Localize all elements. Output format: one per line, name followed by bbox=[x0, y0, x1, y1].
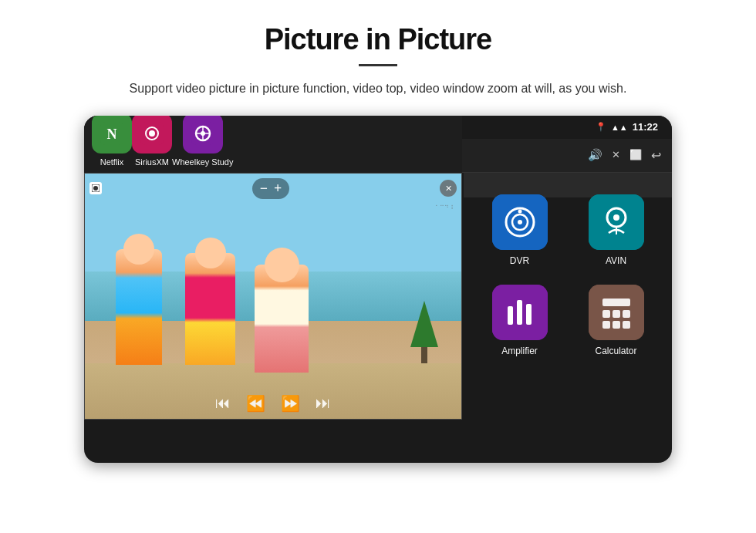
rewind-btn[interactable]: ⏮ bbox=[215, 394, 231, 412]
svg-point-6 bbox=[149, 130, 155, 137]
siriusxm-label: SiriusXM bbox=[135, 157, 169, 167]
pip-controls-bar: − + ✕ bbox=[89, 178, 457, 199]
page-wrapper: Picture in Picture Support video picture… bbox=[0, 0, 756, 533]
page-title: Picture in Picture bbox=[265, 23, 492, 56]
app-item-avin[interactable]: AVIN bbox=[568, 185, 664, 275]
amplifier-icon bbox=[492, 285, 548, 340]
svg-point-0 bbox=[93, 186, 98, 191]
page-subtitle: Support video picture in picture functio… bbox=[130, 79, 627, 99]
svg-rect-29 bbox=[623, 310, 630, 318]
prev-btn[interactable]: ⏪ bbox=[246, 394, 265, 413]
svg-rect-30 bbox=[602, 321, 610, 329]
wheelkey-label: Wheelkey Study bbox=[172, 157, 233, 167]
bottom-app-siriusxm[interactable]: SiriusXM bbox=[132, 116, 172, 167]
next-btn[interactable]: ⏩ bbox=[281, 394, 300, 413]
svg-rect-31 bbox=[613, 321, 620, 329]
pip-video-inner: ⠁⠉⠙⠸ bbox=[85, 174, 461, 419]
close-window-icon[interactable]: ✕ bbox=[612, 149, 620, 161]
avin-label: AVIN bbox=[606, 255, 626, 266]
netflix-icon: N bbox=[92, 116, 132, 154]
avin-icon bbox=[589, 194, 644, 250]
dvr-label: DVR bbox=[510, 255, 529, 266]
window-icon[interactable]: ⬜ bbox=[629, 149, 642, 161]
svg-rect-22 bbox=[508, 306, 513, 325]
status-bar-right: 📍 ▲▲ 11:22 bbox=[596, 121, 658, 133]
calculator-label: Calculator bbox=[595, 346, 636, 356]
svg-rect-23 bbox=[517, 300, 522, 325]
app-item-dvr[interactable]: DVR bbox=[471, 185, 568, 275]
status-bar-time: 11:22 bbox=[633, 121, 658, 133]
bottom-app-netflix[interactable]: N Netflix bbox=[92, 116, 132, 167]
calculator-icon bbox=[589, 285, 644, 340]
location-icon: 📍 bbox=[596, 122, 606, 132]
title-divider bbox=[359, 64, 397, 66]
device-frame: ◁ ○ □ ▣ 📍 ▲▲ 11:22 ⌂ ⚡ ▲ 5:28 PM 📷 bbox=[84, 116, 672, 463]
pip-record-icon bbox=[89, 182, 102, 194]
bottom-app-wheelkey[interactable]: Wheelkey Study bbox=[172, 116, 233, 167]
svg-rect-26 bbox=[602, 299, 630, 306]
volume-icon[interactable]: 🔊 bbox=[588, 148, 602, 162]
svg-rect-28 bbox=[613, 310, 620, 318]
siriusxm-icon bbox=[132, 116, 172, 154]
apps-bottom-row: N Netflix SiriusXM bbox=[84, 116, 462, 173]
apps-grid: DVR AVIN bbox=[464, 173, 672, 197]
pip-size-controls: − + bbox=[252, 178, 290, 199]
undo-icon[interactable]: ↩ bbox=[651, 148, 661, 163]
svg-rect-24 bbox=[526, 304, 532, 325]
pip-playback: ⏮ ⏪ ⏩ ⏭ bbox=[215, 394, 331, 413]
pip-video[interactable]: ⠁⠉⠙⠸ − + ✕ ⏮ ⏪ bbox=[84, 173, 462, 420]
video-scene: ⠁⠉⠙⠸ bbox=[85, 174, 461, 419]
svg-point-19 bbox=[613, 214, 619, 221]
pip-plus-btn[interactable]: + bbox=[274, 180, 282, 197]
end-btn[interactable]: ⏭ bbox=[316, 394, 331, 412]
svg-rect-32 bbox=[623, 321, 630, 329]
svg-text:N: N bbox=[107, 127, 117, 142]
svg-rect-27 bbox=[602, 310, 610, 318]
app-bar-right: 🔊 ✕ ⬜ ↩ bbox=[588, 148, 661, 163]
pip-close-btn[interactable]: ✕ bbox=[440, 180, 457, 197]
svg-rect-17 bbox=[589, 194, 644, 250]
svg-point-16 bbox=[518, 209, 521, 213]
wheelkey-icon bbox=[183, 116, 223, 154]
pip-minus-btn[interactable]: − bbox=[260, 180, 268, 197]
app-item-calculator[interactable]: Calculator bbox=[568, 275, 664, 366]
dvr-icon bbox=[492, 194, 548, 250]
app-item-amplifier[interactable]: Amplifier bbox=[471, 275, 568, 366]
svg-point-15 bbox=[518, 220, 522, 224]
netflix-label: Netflix bbox=[100, 157, 124, 167]
amplifier-label: Amplifier bbox=[501, 346, 538, 356]
wifi-status-icon: ▲▲ bbox=[611, 123, 628, 132]
